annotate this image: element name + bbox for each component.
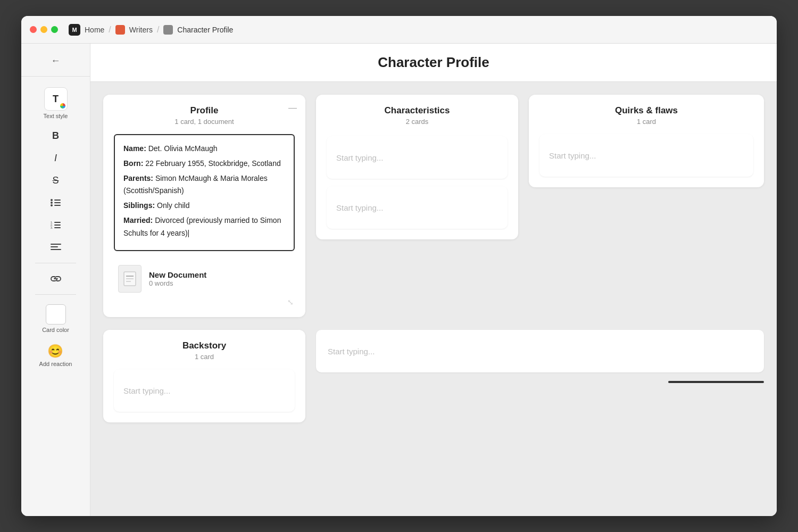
- profile-field-born: Born: 22 February 1955, Stockbridge, Sco…: [123, 157, 285, 170]
- svg-rect-13: [51, 246, 58, 247]
- profile-label-married: Married:: [123, 216, 153, 225]
- characteristics-placeholder-2: Start typing...: [336, 203, 383, 212]
- profile-value-siblings: Only child: [157, 201, 189, 210]
- profile-card-subtitle: 1 card, 1 document: [114, 118, 295, 126]
- svg-point-4: [51, 204, 53, 206]
- characteristics-cards-list: Start typing... Start typing...: [327, 136, 508, 229]
- emoji-icon: 😊: [47, 344, 63, 359]
- current-page-label: Character Profile: [177, 26, 233, 34]
- page-title: Character Profile: [90, 54, 777, 71]
- card-collapse-button[interactable]: —: [288, 103, 297, 113]
- profile-card: Profile 1 card, 1 document — Name: Det. …: [103, 95, 305, 317]
- quirks-card-title: Quirks & flaws: [539, 105, 753, 116]
- sidebar-divider-2: [35, 294, 76, 295]
- svg-rect-9: [54, 225, 61, 226]
- svg-point-2: [51, 202, 53, 204]
- backstory-card: Backstory 1 card Start typing...: [103, 330, 305, 422]
- cards-grid-row1: Profile 1 card, 1 document — Name: Det. …: [90, 82, 777, 330]
- breadcrumb-sep-2: /: [157, 25, 159, 35]
- profile-field-name: Name: Det. Olivia McMaugh: [123, 143, 285, 155]
- svg-rect-11: [54, 227, 61, 228]
- characteristics-placeholder-1: Start typing...: [336, 153, 383, 162]
- profile-card-title: Profile: [114, 105, 295, 116]
- profile-text-box[interactable]: Name: Det. Olivia McMaugh Born: 22 Febru…: [114, 134, 295, 251]
- add-reaction-label: Add reaction: [39, 361, 72, 367]
- page-title-bar: Character Profile: [90, 44, 777, 82]
- backstory-card-subtitle: 1 card: [114, 353, 295, 361]
- backstory-card-title: Backstory: [114, 340, 295, 351]
- breadcrumb-sep-1: /: [109, 25, 111, 35]
- bold-button[interactable]: B: [46, 126, 66, 146]
- characteristics-card: Characteristics 2 cards Start typing... …: [316, 95, 518, 239]
- close-button[interactable]: [30, 26, 37, 33]
- main-body: ← T Text style B I S: [21, 44, 777, 516]
- new-document-row[interactable]: New Document 0 words: [114, 260, 295, 298]
- sidebar-divider-1: [35, 263, 76, 263]
- card-color-swatch[interactable]: [46, 304, 66, 325]
- bullet-list-button[interactable]: [46, 193, 66, 213]
- text-style-label: Text style: [44, 113, 68, 119]
- back-button[interactable]: ←: [47, 53, 65, 69]
- profile-field-siblings: Siblings: Only child: [123, 200, 285, 212]
- svg-text:3.: 3.: [51, 226, 53, 229]
- bottom-typing-card[interactable]: Start typing...: [316, 330, 764, 372]
- cards-grid-row2: Backstory 1 card Start typing... Start t…: [90, 330, 777, 435]
- link-button[interactable]: [46, 269, 66, 289]
- svg-rect-3: [54, 202, 61, 203]
- svg-rect-12: [51, 244, 61, 245]
- resize-icon: ⤡: [287, 298, 294, 306]
- quirks-card-1[interactable]: Start typing...: [539, 134, 753, 177]
- profile-field-married: Married: Divorced (previously married to…: [123, 214, 285, 240]
- profile-field-parents: Parents: Simon McMaugh & Maria Morales (…: [123, 172, 285, 198]
- minimize-button[interactable]: [40, 26, 47, 33]
- bottom-area: Start typing...: [316, 330, 764, 383]
- profile-label-name: Name:: [123, 144, 146, 153]
- characteristics-card-subtitle: 2 cards: [327, 118, 508, 126]
- doc-title: New Document: [149, 270, 206, 279]
- profile-label-parents: Parents:: [123, 174, 153, 182]
- italic-button[interactable]: I: [46, 148, 66, 168]
- content-area: Character Profile Profile 1 card, 1 docu…: [90, 44, 777, 516]
- strikethrough-button[interactable]: S: [46, 170, 66, 190]
- text-style-icon: T: [44, 87, 68, 111]
- sidebar-back-section: ←: [21, 50, 90, 77]
- align-icon: [51, 244, 61, 251]
- breadcrumb: M Home / Writers / Character Profile: [69, 24, 233, 36]
- profile-label-born: Born:: [123, 159, 143, 168]
- numbered-list-icon: 1. 2. 3.: [51, 221, 61, 229]
- scroll-indicator: [668, 381, 764, 383]
- align-button[interactable]: [46, 237, 66, 257]
- backstory-card-header: Backstory 1 card: [114, 340, 295, 361]
- document-icon: [118, 265, 142, 293]
- characteristics-card-title: Characteristics: [327, 105, 508, 116]
- svg-rect-1: [54, 200, 61, 201]
- quirks-placeholder: Start typing...: [549, 151, 596, 160]
- card-resize-handle[interactable]: ⤡: [114, 298, 295, 306]
- backstory-card-1[interactable]: Start typing...: [114, 369, 295, 412]
- sidebar-item-text-style[interactable]: T Text style: [29, 83, 82, 123]
- writers-link[interactable]: Writers: [129, 26, 153, 34]
- writers-icon: [115, 25, 125, 35]
- svg-rect-5: [54, 205, 61, 206]
- card-color-label: Card color: [42, 327, 69, 333]
- profile-nav-icon: [163, 25, 173, 35]
- numbered-list-button[interactable]: 1. 2. 3.: [46, 215, 66, 235]
- profile-card-header: Profile 1 card, 1 document: [114, 105, 295, 126]
- sidebar-item-card-color[interactable]: Card color: [29, 300, 82, 337]
- characteristics-card-1[interactable]: Start typing...: [327, 136, 508, 179]
- quirks-card-header: Quirks & flaws 1 card: [539, 105, 753, 126]
- profile-label-siblings: Siblings:: [123, 201, 155, 210]
- profile-value-name: Det. Olivia McMaugh: [148, 144, 218, 153]
- bullet-list-icon: [51, 198, 61, 207]
- doc-info: New Document 0 words: [149, 270, 206, 287]
- maximize-button[interactable]: [51, 26, 58, 33]
- quirks-card: Quirks & flaws 1 card Start typing...: [529, 95, 764, 187]
- add-reaction-button[interactable]: 😊 Add reaction: [35, 339, 77, 371]
- traffic-lights: [30, 26, 58, 33]
- home-link[interactable]: Home: [85, 26, 104, 34]
- characteristics-card-2[interactable]: Start typing...: [327, 186, 508, 229]
- quirks-card-subtitle: 1 card: [539, 118, 753, 126]
- svg-point-0: [51, 199, 53, 201]
- backstory-placeholder: Start typing...: [123, 386, 170, 395]
- characteristics-card-header: Characteristics 2 cards: [327, 105, 508, 126]
